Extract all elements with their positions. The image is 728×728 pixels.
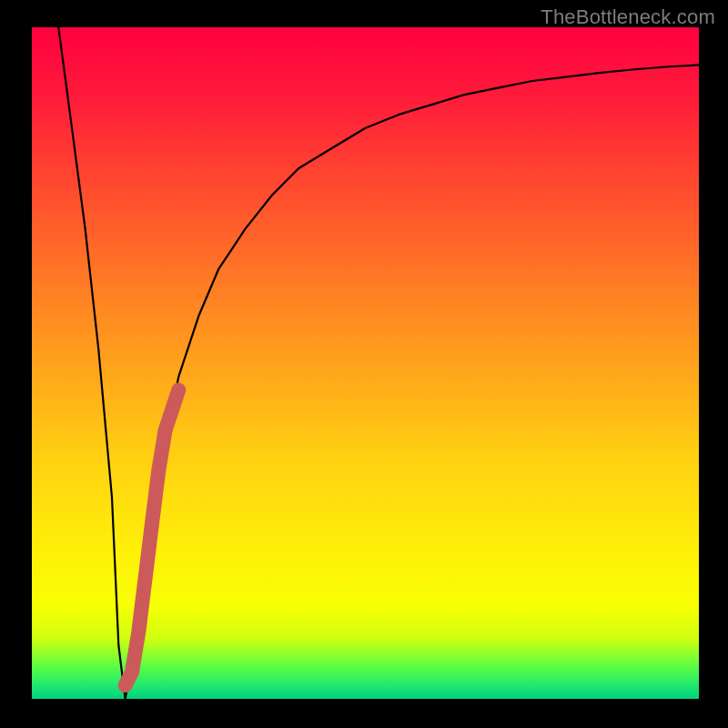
highlight-segment (126, 390, 179, 686)
bottleneck-curve (58, 27, 699, 699)
watermark-text: TheBottleneck.com (541, 5, 715, 29)
plot-area (32, 27, 699, 699)
chart-stage: TheBottleneck.com (0, 0, 728, 728)
chart-overlay (32, 27, 699, 699)
